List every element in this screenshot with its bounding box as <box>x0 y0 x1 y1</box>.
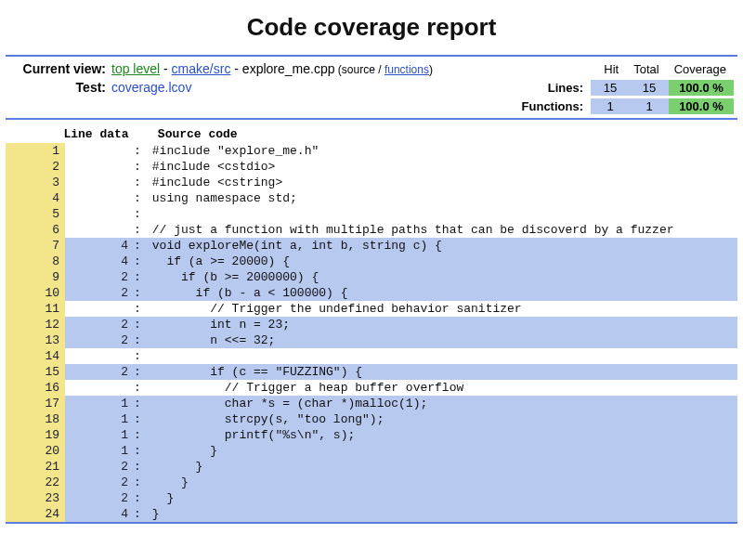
line-hits: 1 <box>65 396 132 411</box>
line-sep: : <box>132 317 143 332</box>
line-hits <box>65 175 132 190</box>
line-sep: : <box>132 222 143 238</box>
line-sep: : <box>132 190 143 206</box>
line-hits: 2 <box>65 364 132 380</box>
line-code: using namespace std; <box>143 190 737 206</box>
current-file: explore_me.cpp <box>242 61 335 76</box>
line-number: 19 <box>6 427 65 443</box>
source-line: 11: // Trigger the undefined behavior sa… <box>6 301 737 317</box>
line-code: int n = 23; <box>143 317 737 332</box>
source-header: Line data Source code <box>6 124 737 143</box>
line-code: strcpy(s, "too long"); <box>143 411 737 427</box>
line-code: // Trigger a heap buffer overflow <box>143 380 737 396</box>
source-line: 2: #include <cstdio> <box>6 159 737 175</box>
line-hits: 2 <box>65 317 132 332</box>
line-number: 18 <box>6 411 65 427</box>
line-code: } <box>143 475 737 490</box>
stats-col-hit: Hit <box>596 61 626 77</box>
line-number: 9 <box>6 269 65 285</box>
source-line: 102: if (b - a < 100000) { <box>6 285 737 301</box>
line-code: if (b - a < 100000) { <box>143 285 737 301</box>
source-line: 4: using namespace std; <box>6 190 737 206</box>
line-sep: : <box>132 269 143 285</box>
line-sep: : <box>132 427 143 443</box>
link-top-level[interactable]: top level <box>111 61 160 76</box>
line-number: 1 <box>6 143 65 159</box>
line-number: 10 <box>6 285 65 301</box>
slash: / <box>375 63 385 76</box>
paren-close: ) <box>429 63 433 76</box>
stats-functions-coverage: 100.0 % <box>669 98 734 114</box>
source-line: 171: char *s = (char *)malloc(1); <box>6 396 737 411</box>
line-hits: 2 <box>65 285 132 301</box>
line-hits: 2 <box>65 490 132 506</box>
line-number: 3 <box>6 175 65 190</box>
source-line: 92: if (b >= 2000000) { <box>6 269 737 285</box>
stats-lines-coverage: 100.0 % <box>669 80 734 96</box>
stats-row-functions: Functions: 1 1 100.0 % <box>515 98 734 114</box>
source-block: Line data Source code 1: #include "explo… <box>6 120 737 522</box>
line-sep: : <box>132 364 143 380</box>
source-line: 232: } <box>6 490 737 506</box>
line-code <box>143 206 737 222</box>
line-hits: 1 <box>65 443 132 459</box>
line-hits: 1 <box>65 427 132 443</box>
line-number: 21 <box>6 459 65 475</box>
line-number: 20 <box>6 443 65 459</box>
current-view-value: top level - cmake/src - explore_me.cpp (… <box>111 61 581 76</box>
line-sep: : <box>132 332 143 348</box>
line-number: 6 <box>6 222 65 238</box>
stats-functions-hit: 1 <box>591 98 630 114</box>
line-number: 15 <box>6 364 65 380</box>
link-functions[interactable]: functions <box>385 63 429 76</box>
source-line: 5: <box>6 206 737 222</box>
paren-open: ( <box>334 63 341 76</box>
line-code: #include <cstring> <box>143 175 737 190</box>
link-path[interactable]: cmake/src <box>172 61 231 76</box>
source-line: 201: } <box>6 443 737 459</box>
line-code: if (c == "FUZZING") { <box>143 364 737 380</box>
line-sep: : <box>132 506 143 522</box>
source-line: 244: } <box>6 506 737 522</box>
line-number: 13 <box>6 332 65 348</box>
line-sep: : <box>132 459 143 475</box>
line-code: if (a >= 20000) { <box>143 254 737 269</box>
line-number: 5 <box>6 206 65 222</box>
line-sep: : <box>132 143 143 159</box>
test-value: coverage.lcov <box>111 80 191 95</box>
line-code: } <box>143 506 737 522</box>
line-hits: 2 <box>65 332 132 348</box>
source-line: 6: // just a function with multiple path… <box>6 222 737 238</box>
line-sep: : <box>132 238 143 254</box>
source-line: 191: printf("%s\n", s); <box>6 427 737 443</box>
line-hits <box>65 143 132 159</box>
line-code <box>143 348 737 364</box>
line-number: 14 <box>6 348 65 364</box>
stats-col-total: Total <box>626 61 666 77</box>
stats-row-lines: Lines: 15 15 100.0 % <box>541 80 734 96</box>
line-code: n <<= 32; <box>143 332 737 348</box>
line-sep: : <box>132 443 143 459</box>
line-number: 24 <box>6 506 65 522</box>
line-hits <box>65 159 132 175</box>
source-line: 1: #include "explore_me.h" <box>6 143 737 159</box>
header-block: Current view: top level - cmake/src - ex… <box>6 57 737 118</box>
line-hits <box>65 301 132 317</box>
line-code: printf("%s\n", s); <box>143 427 737 443</box>
sep: - <box>160 61 171 76</box>
source-line: 222: } <box>6 475 737 490</box>
line-hits <box>65 206 132 222</box>
line-number: 4 <box>6 190 65 206</box>
current-view-label: Current view: <box>9 61 111 76</box>
stats-lines-total: 15 <box>630 80 669 96</box>
line-number: 8 <box>6 254 65 269</box>
stats-lines-hit: 15 <box>591 80 630 96</box>
line-hits: 2 <box>65 459 132 475</box>
line-hits: 2 <box>65 269 132 285</box>
line-sep: : <box>132 348 143 364</box>
line-number: 2 <box>6 159 65 175</box>
source-line: 14: <box>6 348 737 364</box>
source-line: 152: if (c == "FUZZING") { <box>6 364 737 380</box>
page-title: Code coverage report <box>6 13 737 42</box>
line-code: if (b >= 2000000) { <box>143 269 737 285</box>
